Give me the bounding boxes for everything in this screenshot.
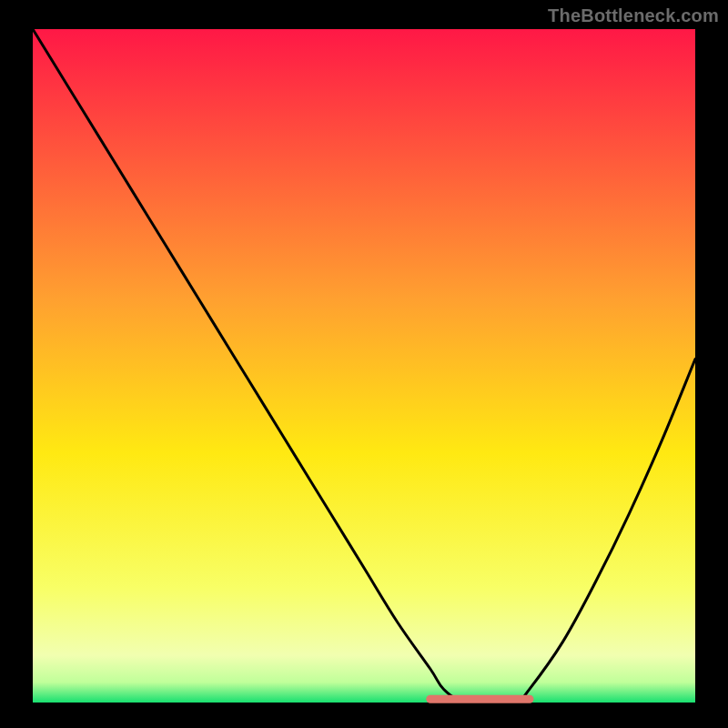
chart-frame [0,0,728,728]
chart-gradient-background [33,29,695,703]
watermark-text: TheBottleneck.com [548,5,719,26]
bottleneck-curve-chart [0,0,728,728]
